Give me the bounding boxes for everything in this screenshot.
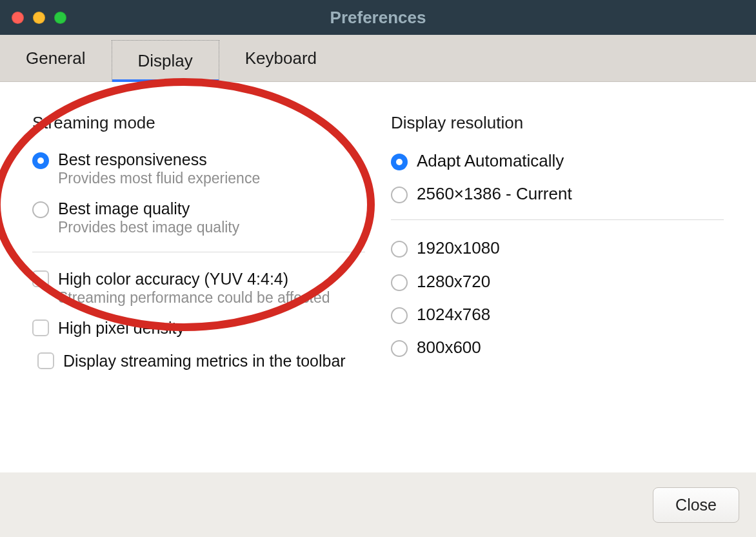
option-text: Best image quality Provides best image q… <box>58 199 239 238</box>
checkbox-icon <box>32 319 49 336</box>
radio-icon <box>391 274 408 291</box>
option-text: 2560×1386 - Current <box>417 184 572 204</box>
window-title: Preferences <box>0 8 756 28</box>
option-label: Best responsiveness <box>58 150 260 169</box>
checkbox-icon <box>32 270 49 287</box>
option-label: 1280x720 <box>417 272 490 292</box>
divider <box>391 219 724 220</box>
divider <box>32 252 365 252</box>
minimize-window-icon[interactable] <box>33 12 45 24</box>
option-subtext: Streaming performance could be affected <box>58 289 330 308</box>
radio-icon <box>391 307 408 324</box>
content-area: Streaming mode Best responsiveness Provi… <box>0 82 756 472</box>
option-text: High color accuracy (YUV 4:4:4) Streamin… <box>58 269 330 308</box>
resolution-option-current[interactable]: 2560×1386 - Current <box>391 177 724 210</box>
preferences-window: Preferences General Display Keyboard Str… <box>0 0 756 537</box>
option-subtext: Provides most fluid experience <box>58 169 260 188</box>
option-label: 2560×1386 - Current <box>417 184 572 204</box>
option-label: Display streaming metrics in the toolbar <box>63 351 346 370</box>
streaming-mode-section: Streaming mode Best responsiveness Provi… <box>32 113 365 472</box>
checkbox-icon <box>37 352 54 369</box>
tab-general[interactable]: General <box>0 35 112 81</box>
option-label: High color accuracy (YUV 4:4:4) <box>58 269 330 289</box>
option-label: 1024x768 <box>417 305 490 325</box>
check-high-color-accuracy[interactable]: High color accuracy (YUV 4:4:4) Streamin… <box>32 264 365 313</box>
option-text: Adapt Automatically <box>417 151 564 171</box>
tab-bar: General Display Keyboard <box>0 35 756 82</box>
maximize-window-icon[interactable] <box>54 12 66 24</box>
streaming-option-image-quality[interactable]: Best image quality Provides best image q… <box>32 194 365 243</box>
option-subtext: Provides best image quality <box>58 218 239 238</box>
radio-icon <box>32 201 49 218</box>
radio-icon <box>32 152 49 169</box>
radio-icon <box>391 187 408 203</box>
resolution-option-1280x720[interactable]: 1280x720 <box>391 265 724 298</box>
tab-keyboard[interactable]: Keyboard <box>219 35 343 81</box>
button-bar: Close <box>0 472 756 537</box>
check-high-pixel-density[interactable]: High pixel density <box>32 313 365 343</box>
radio-icon <box>391 340 408 357</box>
close-window-icon[interactable] <box>12 12 24 24</box>
option-label: 1920x1080 <box>417 238 500 258</box>
resolution-option-1920x1080[interactable]: 1920x1080 <box>391 232 724 265</box>
resolution-option-1024x768[interactable]: 1024x768 <box>391 298 724 331</box>
option-text: Best responsiveness Provides most fluid … <box>58 150 260 188</box>
resolution-option-adapt[interactable]: Adapt Automatically <box>391 145 724 177</box>
radio-icon <box>391 154 408 170</box>
streaming-option-responsiveness[interactable]: Best responsiveness Provides most fluid … <box>32 145 365 194</box>
option-label: 800x600 <box>417 338 481 358</box>
option-label: High pixel density <box>58 318 184 338</box>
tab-display[interactable]: Display <box>112 40 219 81</box>
display-resolution-title: Display resolution <box>391 113 724 133</box>
streaming-mode-title: Streaming mode <box>32 113 365 133</box>
option-label: Adapt Automatically <box>417 151 564 171</box>
radio-icon <box>391 241 408 258</box>
window-controls <box>0 12 66 24</box>
option-label: Best image quality <box>58 199 239 218</box>
display-resolution-section: Display resolution Adapt Automatically 2… <box>391 113 724 472</box>
option-text: High pixel density <box>58 318 184 338</box>
close-button[interactable]: Close <box>653 487 739 523</box>
check-display-streaming-metrics[interactable]: Display streaming metrics in the toolbar <box>37 346 346 376</box>
resolution-option-800x600[interactable]: 800x600 <box>391 331 724 364</box>
titlebar: Preferences <box>0 0 756 35</box>
